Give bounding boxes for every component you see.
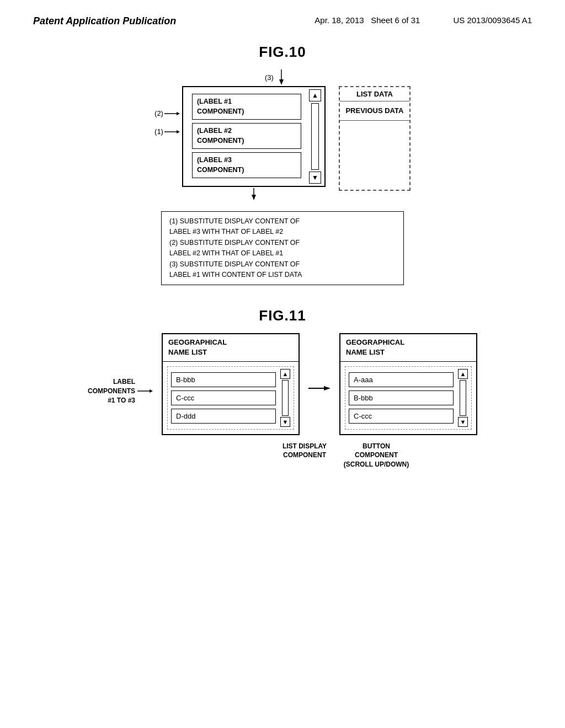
fig11-right-scroll-track (460, 380, 466, 416)
arrow-2-icon (164, 110, 180, 117)
page-header: Patent Application Publication Apr. 18, … (0, 0, 565, 33)
fig11-right-header: GEOGRAPHICALNAME LIST (340, 334, 476, 361)
fig11-left-scroll-track (282, 380, 289, 416)
list-data-box: LIST DATA PREVIOUS DATA (339, 86, 411, 191)
svg-marker-9 (150, 389, 153, 393)
label-components-annotation: LABELCOMPONENTS#1 TO #3 (88, 377, 135, 405)
fig11-right-panel: GEOGRAPHICALNAME LIST A-aaa B-bbb C-ccc … (339, 333, 477, 435)
fig10-label-2: (2) (154, 109, 180, 117)
fig11-right-item-3: C-ccc (349, 409, 454, 424)
list-item-3: (LABEL #3COMPONENT) (192, 152, 301, 178)
fig11-left-item-1: B-bbb (171, 372, 276, 387)
list-item-1: (LABEL #1COMPONENT) (192, 94, 301, 120)
fig11-left-scroll-up[interactable]: ▲ (280, 369, 290, 379)
fig10-label-3: (3) (265, 73, 274, 82)
fig11-left-item-3: D-ddd (171, 409, 276, 424)
label-components-arrow-icon (137, 387, 153, 395)
publication-title: Patent Application Publication (33, 15, 176, 27)
fig11-right-item-1: A-aaa (349, 372, 454, 387)
list-data-label: LIST DATA (340, 87, 409, 101)
fig11-section: FIG.11 LABELCOMPONENTS#1 TO #3 GEOGRAPHI… (33, 307, 532, 469)
arrow-1-icon (164, 128, 180, 136)
fig11-right-scroll-down[interactable]: ▼ (458, 417, 468, 427)
data-content (340, 121, 409, 190)
fig11-arrow-icon (308, 383, 331, 394)
svg-marker-5 (279, 79, 284, 85)
list-display-box: (LABEL #1COMPONENT) (LABEL #2COMPONENT) … (182, 86, 326, 187)
scroll-up-button[interactable]: ▲ (309, 89, 321, 101)
fig10-title: FIG.10 (33, 44, 532, 61)
scroll-down-button[interactable]: ▼ (309, 172, 321, 184)
main-content: FIG.10 (2) (1) (3) (0, 33, 565, 480)
fig11-left-scroll-down[interactable]: ▼ (280, 417, 290, 427)
fig11-title: FIG.11 (33, 307, 532, 324)
list-display-component-label: LIST DISPLAYCOMPONENT (274, 442, 335, 469)
svg-marker-3 (177, 130, 180, 133)
header-meta: Apr. 18, 2013 Sheet 6 of 31 US 2013/0093… (315, 15, 532, 25)
button-component-label: BUTTON COMPONENT(SCROLL UP/DOWN) (340, 442, 412, 469)
scroll-track (311, 103, 319, 170)
svg-marker-1 (177, 112, 180, 115)
fig10-description: (1) SUBSTITUTE DISPLAY CONTENT OF LABEL … (161, 211, 404, 285)
arrow-3-icon (276, 69, 287, 85)
fig11-left-header: GEOGRAPHICALNAME LIST (163, 334, 299, 361)
svg-marker-11 (324, 386, 331, 390)
fig11-left-panel: GEOGRAPHICALNAME LIST B-bbb C-ccc D-ddd … (162, 333, 300, 435)
fig11-right-scroll-up[interactable]: ▲ (458, 369, 468, 379)
list-item-2: (LABEL #2COMPONENT) (192, 123, 301, 149)
publication-date: Apr. 18, 2013 Sheet 6 of 31 (315, 15, 420, 25)
patent-number: US 2013/0093645 A1 (453, 15, 532, 25)
svg-marker-7 (252, 195, 256, 200)
fig11-right-item-2: B-bbb (349, 390, 454, 405)
arrow-down-icon (248, 188, 259, 200)
previous-data-label: PREVIOUS DATA (340, 101, 409, 121)
fig11-left-item-2: C-ccc (171, 390, 276, 405)
fig10-label-1: (1) (154, 127, 180, 136)
